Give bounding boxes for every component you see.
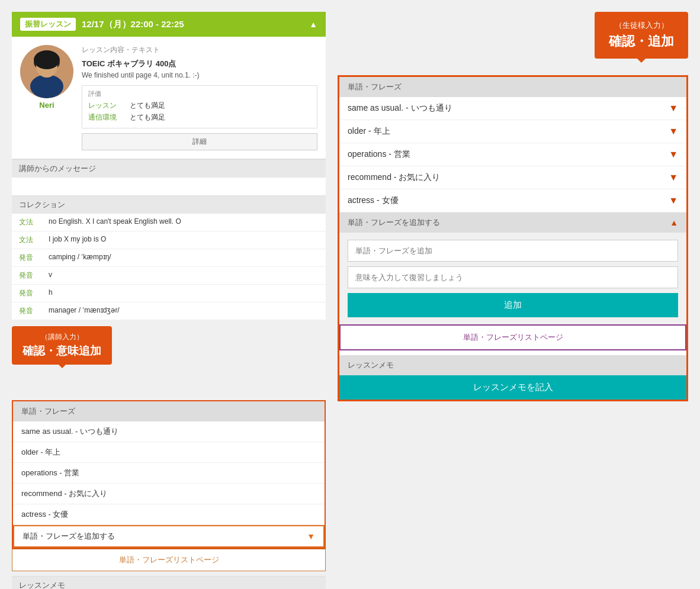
collection-content: h: [41, 285, 326, 302]
evaluation-section: 評価 レッスン とても満足 通信環境 とても満足: [82, 85, 317, 128]
list-page-button[interactable]: 単語・フレーズリストページ: [12, 549, 326, 571]
toeic-desc: We finished until page 4, unit no.1. :-): [82, 71, 317, 79]
collection-type: 文法: [12, 214, 41, 231]
right-callout-wrapper: （生徒様入力） 確認・追加: [338, 12, 688, 67]
collection-type: 発音: [12, 267, 41, 285]
right-callout: （生徒様入力） 確認・追加: [595, 12, 688, 59]
message-section-header: 講師からのメッセージ: [12, 159, 326, 178]
memo-section-header: レッスンメモ: [12, 576, 326, 589]
teacher-name: Neri: [39, 101, 54, 110]
vocab-item: older - 年上: [13, 442, 325, 463]
message-content: [12, 178, 326, 195]
collection-type: 発音: [12, 249, 41, 267]
toeic-title: TOEIC ボキャブラリ 400点: [82, 59, 317, 69]
callout-title: 確認・追加: [609, 33, 674, 50]
vocab-item: operations - 営業: [13, 463, 325, 484]
right-memo-header: レッスンメモ: [339, 355, 686, 375]
vocab-right-item: older - 年上 ▼: [339, 120, 686, 143]
collection-type: 発音: [12, 302, 41, 320]
orange-panel: 単語・フレーズ same as usual. - いつも通り ▼ older -…: [338, 75, 688, 401]
add-form: 追加: [339, 233, 686, 324]
vocab-text: same as usual. - いつも通り: [348, 103, 452, 114]
collection-table: 文法 no English. X I can't speak English w…: [12, 214, 326, 320]
lesson-type-badge: 振替レッスン: [20, 18, 76, 31]
lesson-eval-row: レッスン とても満足: [88, 101, 311, 111]
collection-content: camping / ˈkæmpɪŋ/: [41, 249, 326, 267]
lesson-card: Neri レッスン内容・テキスト TOEIC ボキャブラリ 400点 We fi…: [12, 37, 326, 159]
collection-content: manager / ˈmænɪdʒər/: [41, 302, 326, 320]
add-vocab-row[interactable]: 単語・フレーズを追加する ▼: [13, 525, 325, 548]
vocab-right-item: same as usual. - いつも通り ▼: [339, 97, 686, 120]
add-vocab-input[interactable]: [348, 240, 678, 262]
detail-button[interactable]: 詳細: [82, 133, 317, 150]
collection-type: 文法: [12, 231, 41, 249]
vocab-right-item: actress - 女優 ▼: [339, 189, 686, 213]
eval-label: 評価: [88, 89, 311, 98]
collection-type: 発音: [12, 285, 41, 302]
lesson-details: レッスン内容・テキスト TOEIC ボキャブラリ 400点 We finishe…: [82, 45, 317, 150]
vocab-item: same as usual. - いつも通り: [13, 421, 325, 442]
chevron-down-icon: ▼: [669, 149, 678, 160]
table-row: 文法 no English. X I can't speak English w…: [12, 214, 326, 231]
connection-eval-val: とても満足: [130, 112, 165, 123]
left-vocab-section: 単語・フレーズ same as usual. - いつも通り older - 年…: [12, 400, 326, 549]
table-row: 発音 h: [12, 285, 326, 302]
right-panel: （生徒様入力） 確認・追加 単語・フレーズ same as usual. - い…: [338, 12, 688, 589]
vocab-item: actress - 女優: [13, 504, 325, 525]
lesson-datetime: 12/17（月）22:00 - 22:25: [82, 19, 184, 30]
left-annotation-subtitle: （講師入力）: [23, 332, 101, 342]
vocab-text: recommend - お気に入り: [348, 172, 440, 183]
vocab-right-item: operations - 営業 ▼: [339, 143, 686, 166]
collection-section-header: コレクション: [12, 195, 326, 214]
chevron-down-icon: ▼: [669, 195, 678, 206]
add-meaning-input[interactable]: [348, 266, 678, 288]
vocab-text: operations - 営業: [348, 149, 410, 160]
connection-eval-row: 通信環境 とても満足: [88, 112, 311, 123]
svg-point-3: [30, 75, 63, 98]
callout-subtitle: （生徒様入力）: [609, 20, 674, 31]
connection-eval-key: 通信環境: [88, 112, 118, 123]
table-row: 文法 I job X my job is O: [12, 231, 326, 249]
avatar: [20, 45, 73, 98]
lesson-eval-key: レッスン: [88, 101, 118, 111]
table-row: 発音 camping / ˈkæmpɪŋ/: [12, 249, 326, 267]
right-vocab-header: 単語・フレーズ: [339, 77, 686, 97]
vocab-item: recommend - お気に入り: [13, 484, 325, 504]
left-panel: 振替レッスン 12/17（月）22:00 - 22:25 ▲ Neri: [12, 12, 326, 589]
right-memo-button[interactable]: レッスンメモを記入: [339, 375, 686, 400]
lesson-header: 振替レッスン 12/17（月）22:00 - 22:25 ▲: [12, 12, 326, 37]
chevron-up-icon: ▲: [670, 218, 678, 227]
table-row: 発音 v: [12, 267, 326, 285]
collection-content: v: [41, 267, 326, 285]
dropdown-arrow-icon: ▼: [307, 532, 315, 541]
add-section-toggle[interactable]: 単語・フレーズを追加する ▲: [339, 213, 686, 233]
collapse-icon[interactable]: ▲: [309, 20, 317, 29]
right-list-page-button[interactable]: 単語・フレーズリストページ: [339, 324, 686, 350]
left-annotation: （講師入力） 確認・意味追加: [12, 326, 112, 365]
vocab-text: actress - 女優: [348, 195, 399, 206]
lesson-eval-val: とても満足: [130, 101, 165, 111]
left-vocab-section-header: 単語・フレーズ: [13, 401, 325, 421]
teacher-avatar-container: Neri: [20, 45, 73, 150]
add-vocab-label: 単語・フレーズを追加する: [23, 531, 115, 542]
chevron-down-icon: ▼: [669, 126, 678, 137]
detail-section-title: レッスン内容・テキスト: [82, 45, 317, 55]
vocab-text: older - 年上: [348, 126, 390, 137]
svg-point-5: [34, 50, 60, 69]
add-section-label: 単語・フレーズを追加する: [348, 217, 440, 228]
collection-content: no English. X I can't speak English well…: [41, 214, 326, 231]
chevron-down-icon: ▼: [669, 172, 678, 183]
chevron-down-icon: ▼: [669, 103, 678, 114]
collection-content: I job X my job is O: [41, 231, 326, 249]
table-row: 発音 manager / ˈmænɪdʒər/: [12, 302, 326, 320]
add-button[interactable]: 追加: [348, 293, 678, 317]
left-annotation-title: 確認・意味追加: [23, 343, 101, 359]
vocab-right-item: recommend - お気に入り ▼: [339, 166, 686, 189]
